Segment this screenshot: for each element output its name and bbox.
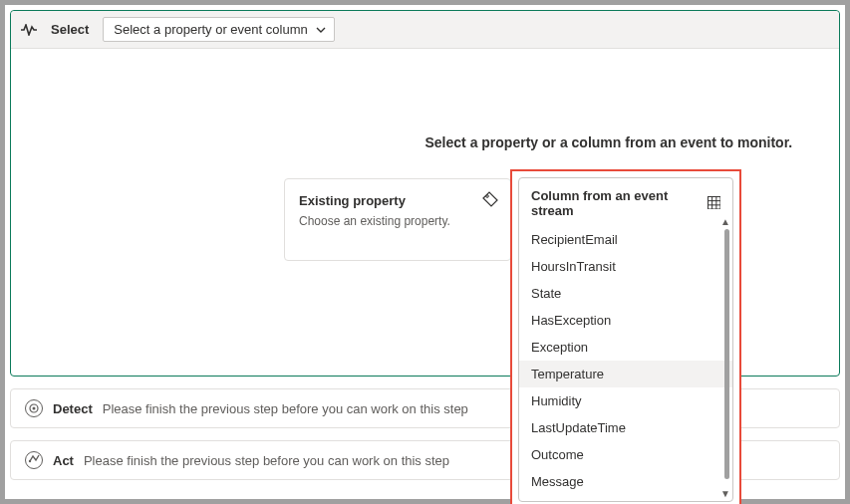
column-option[interactable]: HoursInTransit — [519, 253, 732, 280]
scrollbar[interactable] — [724, 229, 729, 479]
detect-icon — [25, 399, 43, 417]
column-option[interactable]: Exception — [519, 334, 732, 361]
column-option[interactable]: State — [519, 280, 732, 307]
column-popup-highlight: Column from an event stream ▲ RecipientE… — [510, 169, 741, 504]
chevron-down-icon — [316, 27, 326, 33]
activity-icon — [21, 24, 37, 36]
instruction-headline: Select a property or a column from an ev… — [425, 134, 793, 150]
scroll-up-icon[interactable]: ▲ — [720, 216, 730, 227]
existing-property-card[interactable]: Existing property Choose an existing pro… — [284, 178, 511, 261]
act-step-title: Act — [53, 453, 74, 468]
svg-rect-1 — [708, 196, 720, 209]
detect-step-msg: Please finish the previous step before y… — [103, 401, 468, 416]
existing-property-subtitle: Choose an existing property. — [299, 214, 496, 228]
column-option[interactable]: Outcome — [519, 441, 732, 468]
act-step-msg: Please finish the previous step before y… — [84, 453, 449, 468]
column-popup-title: Column from an event stream — [531, 188, 708, 218]
column-option[interactable]: Message — [519, 468, 732, 495]
column-option[interactable]: HasException — [519, 307, 732, 334]
svg-point-7 — [33, 407, 36, 410]
existing-property-title: Existing property — [299, 193, 496, 208]
column-option[interactable]: LastUpdateTime — [519, 414, 732, 441]
svg-point-0 — [486, 195, 489, 198]
column-list: ▲ RecipientEmailHoursInTransitStateHasEx… — [519, 226, 732, 501]
property-dropdown[interactable]: Select a property or event column — [103, 17, 334, 42]
column-option[interactable]: RecipientEmail — [519, 226, 732, 253]
column-option[interactable]: Humidity — [519, 387, 732, 414]
column-popup: Column from an event stream ▲ RecipientE… — [518, 177, 733, 502]
column-option[interactable]: Temperature — [519, 361, 732, 387]
svg-point-8 — [29, 460, 31, 462]
scroll-down-icon[interactable]: ▼ — [720, 488, 730, 499]
select-label: Select — [51, 22, 89, 37]
detect-step-title: Detect — [53, 401, 93, 416]
select-toolbar: Select Select a property or event column — [11, 11, 839, 49]
dropdown-value: Select a property or event column — [114, 22, 307, 37]
act-icon — [25, 451, 43, 469]
grid-icon — [708, 196, 720, 210]
tag-icon — [482, 191, 498, 207]
